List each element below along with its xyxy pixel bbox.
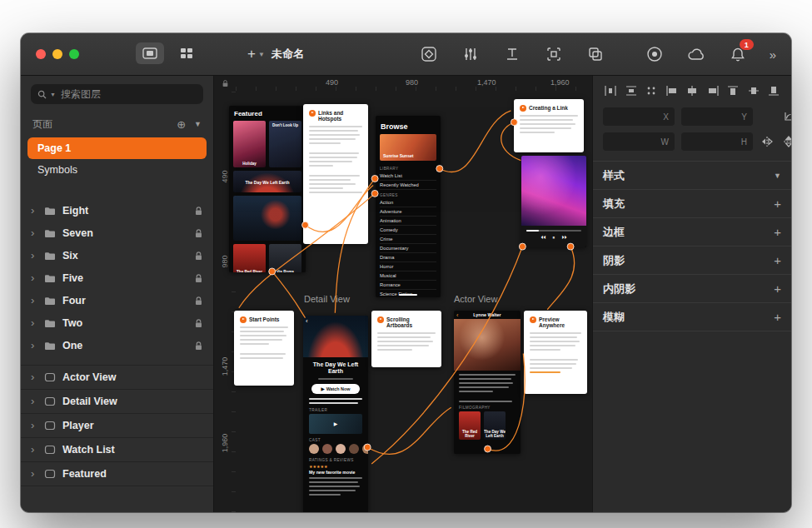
disclosure-chevron-icon[interactable]: ›: [31, 421, 37, 430]
add-fill-button[interactable]: +: [774, 197, 781, 211]
tune-icon[interactable]: [461, 43, 481, 65]
search-scope-caret-icon[interactable]: ▼: [50, 92, 56, 97]
search-layers-input[interactable]: [59, 87, 197, 101]
doc-preview-anywhere[interactable]: Preview Anywhere: [524, 311, 587, 394]
flip-horizontal-icon[interactable]: [760, 135, 775, 148]
rotate-icon[interactable]: [781, 110, 791, 123]
distribute-horizontally-icon[interactable]: [603, 84, 618, 97]
blur-section-header[interactable]: 模糊 +: [593, 303, 791, 331]
cast-avatars: [309, 444, 362, 454]
disclosure-chevron-icon[interactable]: ›: [31, 207, 37, 215]
tidy-icon[interactable]: [644, 84, 659, 97]
layer-row-seven[interactable]: › Seven: [21, 222, 213, 244]
doc-links-and-hotspots[interactable]: Links and Hotspots: [303, 104, 368, 244]
artboard-player[interactable]: ⏴⏴ ⏸ ⏵⏵: [521, 156, 586, 247]
notification-badge: 1: [740, 39, 754, 50]
notifications-bell-icon[interactable]: 1: [728, 43, 748, 65]
layer-row-two[interactable]: › Two: [21, 311, 213, 334]
lock-icon[interactable]: [194, 206, 203, 216]
combine-icon[interactable]: [585, 43, 605, 65]
disclosure-chevron-icon[interactable]: ›: [31, 341, 37, 350]
page-item-symbols[interactable]: Symbols: [21, 159, 213, 181]
shadows-section-header[interactable]: 阴影 +: [593, 247, 791, 275]
distribute-vertically-icon[interactable]: [624, 84, 639, 97]
poster-holiday: Holiday: [233, 121, 266, 167]
disclosure-chevron-icon[interactable]: ›: [31, 446, 37, 454]
height-field[interactable]: H: [681, 132, 753, 151]
ruler-lock-icon[interactable]: [214, 76, 236, 91]
artboard-featured[interactable]: Featured Holiday Don't Look Up The Day W…: [229, 106, 306, 272]
canvas[interactable]: 490 980 1,470 1,960 490 980 1,470 1,960 …: [214, 76, 592, 512]
doc-creating-a-link[interactable]: Creating a Link: [514, 99, 584, 152]
width-field[interactable]: W: [603, 132, 675, 151]
insert-plus-button[interactable]: +▼: [247, 46, 265, 62]
lock-icon[interactable]: [194, 228, 203, 238]
layer-row-five[interactable]: › Five: [21, 266, 213, 289]
disclosure-chevron-icon[interactable]: ›: [31, 319, 37, 327]
align-center-horizontal-icon[interactable]: [685, 84, 700, 97]
align-bottom-icon[interactable]: [766, 84, 781, 97]
cast-avatar: [309, 444, 319, 454]
layer-row-one[interactable]: › One: [21, 334, 213, 356]
lock-icon[interactable]: [194, 318, 203, 328]
disclosure-chevron-icon[interactable]: ›: [31, 373, 37, 381]
doc-start-points[interactable]: Start Points: [234, 311, 294, 386]
doc-scrolling-artboards[interactable]: Scrolling Artboards: [371, 311, 441, 367]
artboard-row-player[interactable]: › Player: [21, 414, 213, 438]
disclosure-chevron-icon[interactable]: ›: [31, 296, 37, 305]
lock-icon[interactable]: [194, 251, 203, 261]
add-blur-button[interactable]: +: [774, 310, 781, 324]
align-right-icon[interactable]: [705, 84, 720, 97]
align-left-icon[interactable]: [665, 84, 680, 97]
artboard-row-watch-list[interactable]: › Watch List: [21, 438, 213, 462]
cloud-icon[interactable]: [686, 43, 706, 65]
artboard-actor-view[interactable]: ‹ Lynne Walter FILMOGRAPHY The Red River…: [454, 311, 521, 454]
page-item-page1[interactable]: Page 1: [27, 137, 207, 159]
artboard-detail-view[interactable]: ‹ The Day We Left Earth ▶Watch Now TRAIL…: [303, 316, 368, 512]
minimize-window-button[interactable]: [52, 49, 62, 59]
inner-shadows-section-header[interactable]: 内阴影 +: [593, 275, 791, 303]
add-shadow-button[interactable]: +: [774, 253, 781, 267]
add-border-button[interactable]: +: [774, 225, 781, 239]
disclosure-chevron-icon[interactable]: ›: [31, 274, 37, 282]
borders-section-header[interactable]: 边框 +: [593, 218, 791, 247]
text-style-icon[interactable]: [502, 43, 522, 65]
canvas-view-toggle[interactable]: [136, 42, 164, 64]
fills-section-header[interactable]: 填充 +: [593, 190, 791, 218]
zoom-window-button[interactable]: [69, 49, 79, 59]
x-field[interactable]: X: [603, 107, 675, 126]
preview-icon[interactable]: [645, 43, 665, 65]
layer-label: Eight: [62, 205, 187, 217]
symbol-icon[interactable]: [419, 43, 439, 65]
artboard-row-actor-view[interactable]: › Actor View: [21, 366, 213, 390]
y-field[interactable]: Y: [681, 107, 753, 126]
search-layers-box[interactable]: ▼: [31, 84, 203, 104]
disclosure-chevron-icon[interactable]: ›: [31, 252, 37, 260]
page-item-label: Page 1: [37, 142, 71, 154]
toolbar-overflow-icon[interactable]: »: [770, 47, 775, 62]
disclosure-chevron-icon[interactable]: ›: [31, 229, 37, 237]
lock-icon[interactable]: [194, 273, 203, 283]
artboard-browse[interactable]: Browse Sunrise Sunset LIBRARY Watch List…: [376, 116, 441, 297]
artboard-row-detail-view[interactable]: › Detail View: [21, 390, 213, 414]
disclosure-chevron-icon[interactable]: ›: [31, 470, 37, 478]
add-page-icon[interactable]: ⊕: [177, 118, 186, 131]
lock-icon[interactable]: [194, 296, 203, 306]
close-window-button[interactable]: [36, 49, 46, 59]
artboard-label: Player: [62, 420, 203, 431]
align-middle-icon[interactable]: [746, 84, 761, 97]
layer-row-eight[interactable]: › Eight: [21, 199, 213, 222]
lock-icon[interactable]: [194, 341, 203, 351]
disclosure-chevron-icon[interactable]: ›: [31, 397, 37, 406]
align-top-icon[interactable]: [725, 84, 740, 97]
collapse-pages-icon[interactable]: ▼: [194, 120, 202, 128]
layer-row-four[interactable]: › Four: [21, 289, 213, 311]
artboard-row-featured[interactable]: › Featured: [21, 462, 213, 486]
movie-description: [309, 398, 362, 404]
flip-vertical-icon[interactable]: [781, 135, 791, 148]
style-section-header[interactable]: 样式 ▼: [593, 162, 791, 190]
slice-icon[interactable]: [544, 43, 564, 65]
components-view-toggle[interactable]: [172, 42, 201, 64]
layer-row-six[interactable]: › Six: [21, 244, 213, 266]
add-inner-shadow-button[interactable]: +: [774, 281, 781, 296]
